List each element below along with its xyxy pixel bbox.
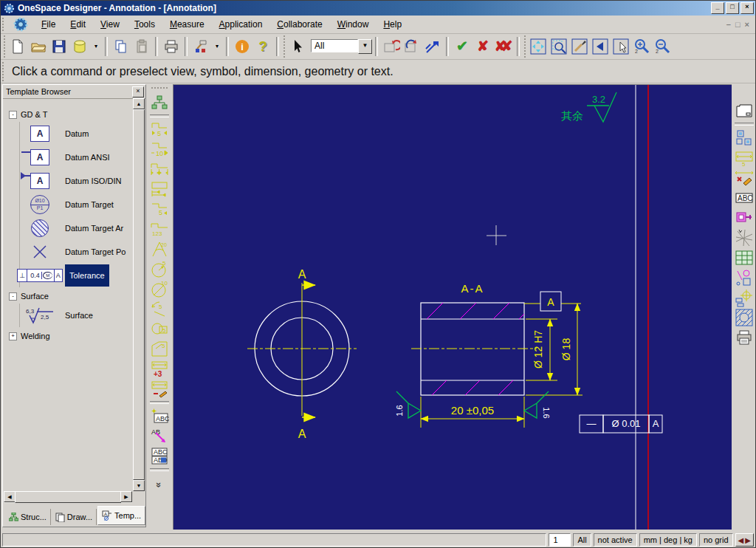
toolbar-grip[interactable]: [523, 35, 527, 58]
template-browser-close-button[interactable]: ×: [132, 86, 144, 97]
dim-radius-button[interactable]: 5: [149, 259, 170, 279]
text-new-button[interactable]: ABC: [149, 406, 170, 426]
tab-drawing[interactable]: Draw...: [52, 509, 97, 525]
geometry-button[interactable]: [734, 267, 755, 287]
collapse-icon[interactable]: -: [9, 292, 17, 301]
scroll-down-button[interactable]: ▼: [133, 480, 145, 491]
menu-file[interactable]: File: [34, 17, 63, 32]
datum-label-button[interactable]: [734, 208, 755, 227]
prompt-grip[interactable]: [1, 61, 5, 81]
previous-sheet-button[interactable]: ◀: [738, 536, 744, 544]
pick-view-button[interactable]: [611, 36, 631, 57]
more-tools-chevron[interactable]: »: [154, 482, 165, 487]
dimension-button[interactable]: 5: [734, 148, 755, 168]
accept-button[interactable]: ✔: [452, 36, 472, 57]
combobox-dropdown-button[interactable]: ▼: [358, 39, 372, 54]
dim-distance-offset-button[interactable]: 10: [149, 140, 170, 160]
tree-item-datum-target-area[interactable]: Datum Target Ar: [9, 216, 132, 240]
dim-arc-length-button[interactable]: 5: [149, 299, 170, 319]
dim-diameter-button[interactable]: 10: [149, 279, 170, 299]
zoom-out-button[interactable]: 2: [652, 36, 673, 57]
annotation-symbol-dropdown-button[interactable]: ▾: [211, 36, 223, 57]
open-button[interactable]: [28, 36, 49, 57]
sheet-button[interactable]: [734, 100, 755, 120]
next-sheet-button[interactable]: ▶: [745, 536, 751, 544]
template-browser-header[interactable]: Template Browser ×: [3, 85, 145, 99]
dim-edit-button[interactable]: [149, 379, 170, 399]
selection-filter-combobox[interactable]: All ▼: [311, 39, 372, 54]
scroll-left-button[interactable]: ◀: [4, 491, 16, 502]
cutting-line-annotation[interactable]: A A: [298, 268, 315, 440]
database-button[interactable]: [69, 36, 90, 57]
toolbar-grip[interactable]: [3, 35, 7, 58]
text-move-button[interactable]: AB: [149, 426, 170, 446]
cancel-button[interactable]: ✘: [472, 36, 493, 57]
select-cursor-button[interactable]: [287, 36, 308, 57]
status-filter[interactable]: All: [573, 533, 591, 547]
expand-icon[interactable]: +: [9, 332, 17, 340]
tree-group-welding[interactable]: + Welding: [9, 329, 132, 343]
restore-button[interactable]: □: [726, 2, 739, 14]
info-button[interactable]: i: [232, 36, 252, 57]
dimension-length[interactable]: 20 ±0,05: [421, 397, 524, 428]
text-button[interactable]: ABC: [734, 188, 755, 208]
mdi-close-button[interactable]: ×: [745, 20, 749, 29]
cancel-all-button[interactable]: ✘✘: [493, 36, 514, 57]
scroll-up-button[interactable]: ▲: [133, 98, 145, 109]
scrollbar-thumb[interactable]: [15, 491, 121, 503]
menu-edit[interactable]: Edit: [63, 17, 93, 32]
annotation-symbol-button[interactable]: [190, 36, 211, 57]
zoom-window-button[interactable]: [549, 36, 569, 57]
tree-group-surface[interactable]: - Surface: [9, 289, 132, 304]
help-button[interactable]: ?: [252, 36, 273, 57]
menu-application[interactable]: Application: [212, 17, 270, 32]
dim-add-button[interactable]: +3: [149, 359, 170, 379]
save-button[interactable]: [49, 36, 69, 57]
drawing-canvas[interactable]: 其余 3.2 A A: [173, 84, 732, 530]
dimension-edit-button[interactable]: [734, 168, 755, 188]
section-view[interactable]: A-A: [411, 282, 537, 395]
update-arrow-button[interactable]: [422, 36, 443, 57]
surface-roughness-left[interactable]: 1.6: [395, 391, 421, 418]
tree-vertical-scrollbar[interactable]: ▲ ▼: [133, 98, 145, 491]
sheet-number-field[interactable]: 1: [549, 533, 571, 547]
feature-control-frame[interactable]: — Ø 0.01 A: [580, 415, 662, 433]
pan-button[interactable]: [528, 36, 549, 57]
toolbar-grip[interactable]: [151, 86, 168, 90]
dim-baseline-button[interactable]: [149, 179, 170, 199]
dim-circle-distance-button[interactable]: 5: [149, 319, 170, 339]
dim-angle-button[interactable]: 20: [149, 239, 170, 259]
front-view[interactable]: [247, 283, 357, 416]
scrollbar-thumb[interactable]: [133, 109, 145, 480]
status-units[interactable]: mm | deg | kg: [639, 533, 697, 547]
mdi-restore-button[interactable]: □: [735, 20, 740, 29]
repaint-button[interactable]: [569, 36, 590, 57]
tree-item-tolerance[interactable]: ⊥0.4MA Tolerance: [9, 264, 132, 287]
menu-view[interactable]: View: [93, 17, 127, 32]
minimize-button[interactable]: _: [711, 2, 724, 14]
dim-chamfer-button[interactable]: 5: [149, 339, 170, 359]
toolbar-grip[interactable]: [283, 35, 286, 58]
previous-view-button[interactable]: [590, 36, 611, 57]
tree-group-gdt[interactable]: - GD & T: [9, 107, 132, 122]
update-annotation-button[interactable]: [402, 36, 422, 57]
menu-help[interactable]: Help: [376, 17, 409, 32]
print-button[interactable]: [161, 36, 182, 57]
tree-horizontal-scrollbar[interactable]: ◀ ▶: [4, 491, 132, 503]
status-state[interactable]: not active: [594, 533, 637, 547]
tree-item-datum-ansi[interactable]: A Datum ANSI: [9, 145, 132, 169]
views-button[interactable]: [734, 128, 755, 148]
tree-item-datum-target[interactable]: Ø10P1 Datum Target: [9, 193, 132, 216]
copy-button[interactable]: [111, 36, 131, 57]
plot-button[interactable]: [734, 327, 755, 347]
tree-item-surface[interactable]: 6,32,5 Surface: [9, 304, 132, 327]
table-button[interactable]: [734, 247, 755, 267]
menu-tools[interactable]: Tools: [127, 17, 162, 32]
load-annotation-button[interactable]: [381, 36, 402, 57]
tab-template[interactable]: A Temp...: [97, 506, 145, 525]
dim-distance-button[interactable]: 5: [149, 120, 170, 140]
tree-item-datum-target-point[interactable]: Datum Target Po: [9, 240, 132, 264]
datum-feature-label[interactable]: A: [524, 292, 581, 311]
selection-filter-value[interactable]: All: [311, 39, 358, 52]
menu-window[interactable]: Window: [330, 17, 377, 32]
